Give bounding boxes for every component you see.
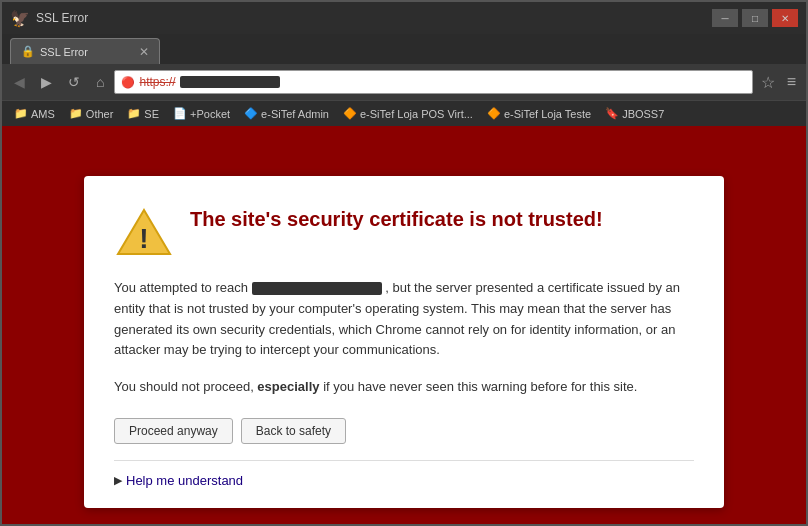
warning-notice: You should not proceed, especially if yo… <box>114 377 694 398</box>
bookmark-jboss7[interactable]: 🔖 JBOSS7 <box>599 105 670 122</box>
bookmark-jboss7-label: JBOSS7 <box>622 108 664 120</box>
bookmarks-bar: 📁 AMS 📁 Other 📁 SE 📄 +Pocket 🔷 e-SiTef A… <box>2 100 806 126</box>
folder-icon: 📁 <box>14 107 28 120</box>
page-icon: 🔶 <box>487 107 501 120</box>
forward-button[interactable]: ▶ <box>35 72 58 92</box>
bookmark-esitef-loja-pos-label: e-SiTef Loja POS Virt... <box>360 108 473 120</box>
bookmark-esitef-loja-teste[interactable]: 🔶 e-SiTef Loja Teste <box>481 105 597 122</box>
folder-icon: 📁 <box>127 107 141 120</box>
warning-triangle-icon: ! <box>114 206 174 258</box>
https-prefix: https:// <box>139 75 175 89</box>
address-bar[interactable]: 🔴 https:// <box>114 70 752 94</box>
window-controls: ─ □ ✕ <box>712 9 798 27</box>
action-buttons: Proceed anyway Back to safety <box>114 418 694 444</box>
bookmark-esitef-admin-label: e-SiTef Admin <box>261 108 329 120</box>
page-icon: 🔶 <box>343 107 357 120</box>
bookmark-other[interactable]: 📁 Other <box>63 105 120 122</box>
help-understand-label: Help me understand <box>126 473 243 488</box>
title-bar: 🦅 SSL Error ─ □ ✕ <box>2 2 806 34</box>
close-button[interactable]: ✕ <box>772 9 798 27</box>
bookmark-esitef-admin[interactable]: 🔷 e-SiTef Admin <box>238 105 335 122</box>
bookmark-star-button[interactable]: ☆ <box>757 73 779 92</box>
back-to-safety-button[interactable]: Back to safety <box>241 418 346 444</box>
warning-notice-bold: especially <box>257 379 319 394</box>
bookmark-pocket[interactable]: 📄 +Pocket <box>167 105 236 122</box>
browser-window: 🦅 SSL Error ─ □ ✕ 🔒 SSL Error ✕ ◀ ▶ ↺ ⌂ … <box>0 0 808 526</box>
warning-notice-suffix: if you have never seen this warning befo… <box>320 379 638 394</box>
minimize-button[interactable]: ─ <box>712 9 738 27</box>
warning-domain-redacted <box>252 282 382 295</box>
bookmark-se[interactable]: 📁 SE <box>121 105 165 122</box>
bookmark-other-label: Other <box>86 108 114 120</box>
warning-card: ! The site's security certificate is not… <box>84 176 724 508</box>
tab-label: SSL Error <box>40 46 88 58</box>
security-icon: 🔴 <box>121 76 135 89</box>
warning-body: You attempted to reach , but the server … <box>114 278 694 361</box>
card-divider <box>114 460 694 461</box>
proceed-anyway-button[interactable]: Proceed anyway <box>114 418 233 444</box>
page-icon: 📄 <box>173 107 187 120</box>
warning-header: ! The site's security certificate is not… <box>114 206 694 258</box>
svg-text:!: ! <box>139 223 148 254</box>
back-button[interactable]: ◀ <box>8 72 31 92</box>
address-redacted-domain <box>180 76 280 88</box>
bookmark-ams-label: AMS <box>31 108 55 120</box>
tab-strip: 🔒 SSL Error ✕ <box>2 34 806 64</box>
help-understand-link[interactable]: ▶ Help me understand <box>114 473 694 488</box>
maximize-button[interactable]: □ <box>742 9 768 27</box>
page-icon: 🔷 <box>244 107 258 120</box>
window-title: SSL Error <box>36 11 706 25</box>
bookmark-icon: 🔖 <box>605 107 619 120</box>
bookmark-ams[interactable]: 📁 AMS <box>8 105 61 122</box>
nav-bar: ◀ ▶ ↺ ⌂ 🔴 https:// ☆ ≡ <box>2 64 806 100</box>
warning-body-part1: You attempted to reach <box>114 280 248 295</box>
warning-title: The site's security certificate is not t… <box>190 206 603 232</box>
main-content: ! The site's security certificate is not… <box>2 126 806 526</box>
browser-menu-button[interactable]: ≡ <box>783 73 800 91</box>
active-tab[interactable]: 🔒 SSL Error ✕ <box>10 38 160 64</box>
bookmark-esitef-loja-pos[interactable]: 🔶 e-SiTef Loja POS Virt... <box>337 105 479 122</box>
warning-notice-prefix: You should not proceed, <box>114 379 257 394</box>
reload-button[interactable]: ↺ <box>62 72 86 92</box>
chevron-right-icon: ▶ <box>114 474 122 487</box>
folder-icon: 📁 <box>69 107 83 120</box>
bookmark-se-label: SE <box>144 108 159 120</box>
browser-icon: 🦅 <box>10 9 30 28</box>
bookmark-pocket-label: +Pocket <box>190 108 230 120</box>
bookmark-esitef-loja-teste-label: e-SiTef Loja Teste <box>504 108 591 120</box>
home-button[interactable]: ⌂ <box>90 72 110 92</box>
tab-icon: 🔒 <box>21 45 35 58</box>
tab-close-button[interactable]: ✕ <box>139 45 149 59</box>
